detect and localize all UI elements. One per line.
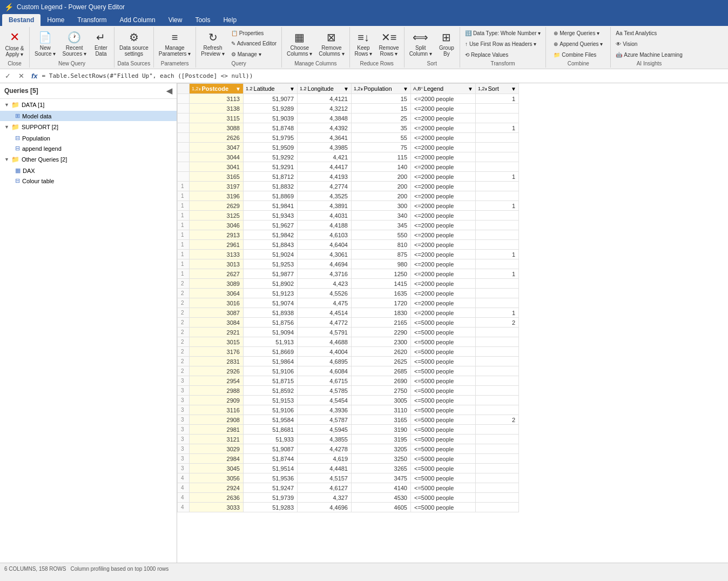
- longitude-filter-icon[interactable]: ▼: [343, 86, 349, 92]
- table-row[interactable]: 313851,92894,321215<=2000 people: [178, 104, 519, 113]
- close-apply-button[interactable]: ✕ Close &Apply ▾: [2, 29, 26, 59]
- table-row[interactable]: 4263651,97394,3274530<=5000 people: [178, 493, 519, 503]
- manage-parameters-button[interactable]: ≡ ManageParameters ▾: [156, 30, 193, 58]
- tab-bestand[interactable]: Bestand: [2, 14, 41, 26]
- formula-cross-button[interactable]: ✕: [16, 71, 27, 81]
- latitude-filter-icon[interactable]: ▼: [289, 86, 295, 92]
- advanced-editor-button[interactable]: ✎ Advanced Editor: [228, 39, 279, 48]
- enter-data-button[interactable]: ↵ EnterData: [90, 29, 112, 58]
- sidebar-item-dax[interactable]: ▦ DAX: [0, 165, 177, 176]
- remove-columns-button[interactable]: ⊠ RemoveColumns ▾: [316, 29, 347, 58]
- table-row[interactable]: 4292451,92474,61274140<=5000 people: [178, 483, 519, 493]
- table-row[interactable]: 1291351,98424,6103550<=2000 people: [178, 230, 519, 240]
- sidebar-item-model-data[interactable]: ⊞ Model data: [0, 111, 177, 121]
- tree-group-other-header[interactable]: ▼ 📁 Other Queries [2]: [0, 153, 177, 165]
- tab-add-column[interactable]: Add Column: [113, 14, 162, 26]
- tree-group-support-header[interactable]: ▼ 📁 SUPPORT [2]: [0, 121, 177, 133]
- vision-button[interactable]: 👁 Vision: [613, 40, 685, 48]
- table-row[interactable]: 2283151,98644,68952625<=5000 people: [178, 357, 519, 366]
- data-grid-wrapper[interactable]: 1,2₃ Postcode ▼ 1.2 Latitude ▼: [177, 83, 728, 563]
- table-row[interactable]: 304151,92914,4417140<=2000 people: [178, 162, 519, 172]
- sort-filter-icon[interactable]: ▼: [511, 86, 516, 92]
- table-row[interactable]: 3312151,9334,38553195<=5000 people: [178, 435, 519, 444]
- merge-queries-button[interactable]: ⊕ Merge Queries ▾: [551, 29, 605, 37]
- table-row[interactable]: 1301351,92534,4694980<=2000 people: [178, 259, 519, 269]
- new-source-button[interactable]: 📄 NewSource ▾: [32, 29, 58, 58]
- table-row[interactable]: 1313351,90244,3061875<=2000 people1: [178, 250, 519, 259]
- postcode-header[interactable]: 1,2₃ Postcode ▼: [190, 84, 244, 94]
- table-row[interactable]: 3295451,87154,67152690<=5000 people: [178, 376, 519, 386]
- azure-ml-button[interactable]: 🤖 Azure Machine Learning: [613, 51, 685, 59]
- combine-files-button[interactable]: 📁 Combine Files: [551, 51, 605, 59]
- table-row[interactable]: 2306451,91234,55261635<=2000 people: [178, 289, 519, 298]
- table-row[interactable]: 1296151,88434,6404810<=2000 people: [178, 240, 519, 250]
- table-row[interactable]: 1319651,88694,3525200<=2000 people: [178, 191, 519, 201]
- table-row[interactable]: 3290851,95844,57873165<=5000 people2: [178, 415, 519, 425]
- table-row[interactable]: 304451,92924,421115<=2000 people: [178, 152, 519, 162]
- table-row[interactable]: 3302951,90874,42783205<=5000 people: [178, 444, 519, 454]
- population-header[interactable]: 1,2₃ Population ▼: [352, 84, 411, 94]
- sidebar-item-population[interactable]: ⊟ Population: [0, 133, 177, 143]
- population-filter-icon[interactable]: ▼: [403, 86, 408, 92]
- table-row[interactable]: 1304651,96274,4188345<=2000 people: [178, 221, 519, 230]
- sort-header[interactable]: 1,2₃ Sort ▼: [476, 84, 519, 94]
- table-row[interactable]: 304751,95094,398575<=2000 people: [178, 143, 519, 152]
- postcode-filter-icon[interactable]: ▼: [235, 86, 241, 92]
- remove-rows-button[interactable]: ✕≡ RemoveRows ▾: [376, 29, 401, 58]
- longitude-header[interactable]: 1.2 Longitude ▼: [298, 84, 352, 94]
- table-row[interactable]: 2308451,87564,47722165<=5000 people2: [178, 318, 519, 328]
- data-source-settings-button[interactable]: ⚙ Data sourcesettings: [117, 29, 151, 58]
- formula-check-button[interactable]: ✓: [2, 71, 14, 81]
- table-row[interactable]: 3298851,85924,57852750<=5000 people: [178, 386, 519, 396]
- table-row[interactable]: 2308751,89384,45141830<=2000 people1: [178, 308, 519, 318]
- table-row[interactable]: 3298151,86814,59453190<=5000 people: [178, 425, 519, 435]
- latitude-header[interactable]: 1.2 Latitude ▼: [244, 84, 298, 94]
- table-row[interactable]: 1262951,98414,3891300<=2000 people1: [178, 201, 519, 211]
- table-row[interactable]: 2292151,90944,57912290<=5000 people: [178, 328, 519, 337]
- keep-rows-button[interactable]: ≡↓ KeepRows ▾: [352, 30, 375, 58]
- tab-tools[interactable]: Tools: [188, 14, 217, 26]
- sidebar-item-append-legend[interactable]: ⊟ append legend: [0, 143, 177, 153]
- table-row[interactable]: 3304551,95144,44813265<=5000 people: [178, 464, 519, 473]
- table-row[interactable]: 316551,87124,4193200<=2000 people1: [178, 172, 519, 182]
- table-row[interactable]: 4305651,95364,51573475<=5000 people: [178, 473, 519, 483]
- table-row[interactable]: 3311651,91064,39363110<=5000 people: [178, 405, 519, 415]
- properties-button[interactable]: 📋 Properties: [228, 29, 279, 37]
- table-row[interactable]: 3298451,87444,6193250<=5000 people: [178, 454, 519, 464]
- choose-columns-button[interactable]: ▦ ChooseColumns ▾: [284, 29, 315, 58]
- sidebar-collapse-button[interactable]: ◀: [166, 86, 172, 95]
- table-row[interactable]: 1262751,98774,37161250<=2000 people1: [178, 269, 519, 279]
- table-row[interactable]: 311551,90394,384825<=2000 people: [178, 113, 519, 123]
- text-analytics-button[interactable]: Aa Text Analytics: [613, 29, 685, 37]
- table-row[interactable]: 308851,87484,439235<=2000 people1: [178, 123, 519, 133]
- tree-group-data-header[interactable]: ▼ 📁 DATA [1]: [0, 99, 177, 111]
- replace-values-button[interactable]: ⟲ Replace Values: [462, 51, 543, 59]
- table-row[interactable]: 1312551,93434,4031340<=2000 people: [178, 211, 519, 221]
- table-row[interactable]: 2308951,89024,4231415<=2000 people: [178, 279, 519, 289]
- legend-header[interactable]: A,Bᶜ Legend ▼: [411, 84, 476, 94]
- recent-sources-button[interactable]: 🕐 RecentSources ▾: [59, 29, 89, 58]
- refresh-preview-button[interactable]: ↻ RefreshPreview ▾: [198, 28, 227, 59]
- legend-filter-icon[interactable]: ▼: [468, 86, 473, 92]
- use-first-row-button[interactable]: ↑ Use First Row as Headers ▾: [462, 40, 543, 48]
- manage-button[interactable]: ⚙ Manage ▾: [228, 50, 279, 58]
- sidebar-item-colour-table[interactable]: ⊟ Colour table: [0, 176, 177, 186]
- tab-view[interactable]: View: [162, 14, 189, 26]
- formula-text[interactable]: = Table.SelectRows(#"Filled Up", each ([…: [42, 72, 253, 79]
- table-row[interactable]: 2292651,91064,60842685<=5000 people: [178, 366, 519, 376]
- table-row[interactable]: 311351,90774,412115<=2000 people1: [178, 94, 519, 104]
- split-column-button[interactable]: ⟺ SplitColumn ▾: [407, 29, 435, 58]
- tab-transform[interactable]: Transform: [71, 14, 113, 26]
- sidebar-content[interactable]: ▼ 📁 DATA [1] ⊞ Model data ▼ 📁 SUPPORT [2…: [0, 99, 177, 563]
- tab-help[interactable]: Help: [217, 14, 243, 26]
- data-type-button[interactable]: 🔢 Data Type: Whole Number ▾: [462, 29, 543, 37]
- group-by-button[interactable]: ⊞ GroupBy: [436, 29, 457, 58]
- tab-home[interactable]: Home: [41, 14, 71, 26]
- table-row[interactable]: 4303351,92834,46964605<=5000 people: [178, 503, 519, 512]
- table-row[interactable]: 2301551,9134,46882300<=5000 people: [178, 337, 519, 347]
- table-row[interactable]: 1319751,88324,2774200<=2000 people: [178, 182, 519, 191]
- table-row[interactable]: 2301651,90744,4751720<=2000 people: [178, 298, 519, 308]
- table-row[interactable]: 3290951,91534,54543005<=5000 people: [178, 396, 519, 405]
- table-row[interactable]: 2317651,86694,40042620<=5000 people: [178, 347, 519, 357]
- table-row[interactable]: 262651,97954,364155<=2000 people: [178, 133, 519, 143]
